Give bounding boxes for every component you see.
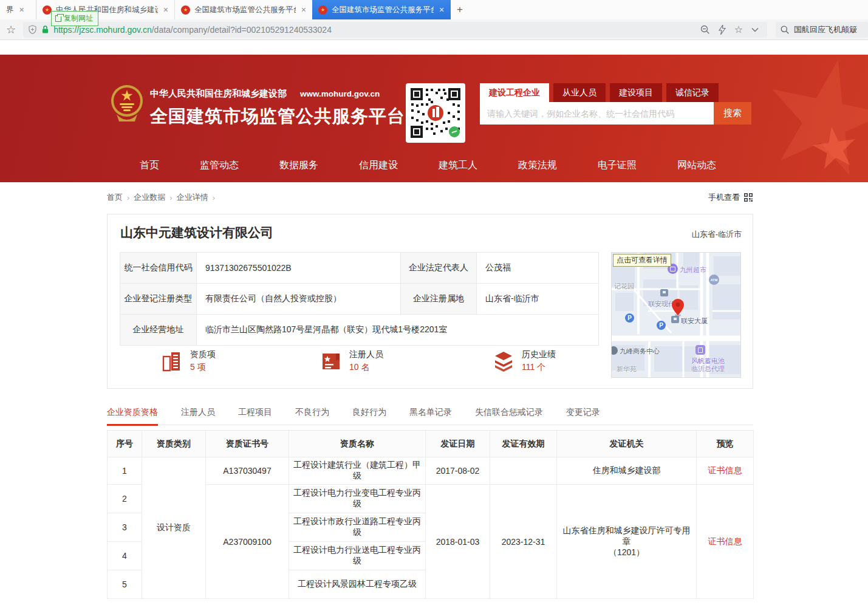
stat-label: 历史业绩 (522, 349, 556, 360)
section-tab-qualifications[interactable]: 企业资质资格 (107, 402, 158, 426)
reg-type-label: 企业登记注册类型 (120, 284, 197, 315)
cert-no-cell: A237009100 (206, 485, 289, 599)
qual-name-cell: 工程设计风景园林工程专项乙级 (289, 570, 426, 599)
category-cell: 设计资质 (142, 457, 206, 599)
stat-label: 资质项 (190, 349, 216, 360)
cert-no-cell: A137030497 (206, 457, 289, 485)
search-tab-personnel[interactable]: 从业人员 (553, 83, 606, 102)
site-banner: 中华人民共和国住房和城乡建设部 www.mohurd.gov.cn 全国建筑市场… (0, 55, 868, 182)
section-tab-dishonesty[interactable]: 失信联合惩戒记录 (475, 402, 543, 425)
nav-item-license[interactable]: 电子证照 (598, 159, 637, 172)
qual-name-cell: 工程设计电力行业变电工程专业丙级 (289, 485, 426, 513)
company-info-table: 统一社会信用代码 91371302675501022B 企业法定代表人 公茂福 … (120, 252, 599, 346)
mobile-view-control[interactable]: 手机查看 (708, 192, 753, 203)
breadcrumb-item-home[interactable]: 首页 (107, 192, 123, 203)
new-tab-button[interactable]: + (451, 0, 469, 19)
building-icon (161, 350, 183, 372)
close-icon[interactable]: × (163, 5, 168, 15)
browser-tab-strip: 界 × 中华人民共和国住房和城乡建设 × 全国建筑市场监管公共服务平台 × 全国… (0, 0, 868, 19)
site-brand: 中华人民共和国住房和城乡建设部 www.mohurd.gov.cn 全国建筑市场… (150, 88, 405, 129)
mobile-view-label: 手机查看 (708, 192, 740, 203)
certificate-info-link[interactable]: 证书信息 (708, 465, 742, 475)
certificate-info-link[interactable]: 证书信息 (708, 536, 742, 546)
nav-item-credit[interactable]: 信用建设 (359, 159, 398, 172)
legal-rep-value: 公茂福 (477, 253, 599, 284)
tab-platform-active[interactable]: 全国建筑市场监管公共服务平台 × (312, 0, 451, 19)
nav-item-news[interactable]: 网站动态 (677, 159, 716, 172)
nav-item-home[interactable]: 首页 (140, 159, 159, 172)
parking-marker: P (625, 313, 634, 323)
section-tab-registered-personnel[interactable]: 注册人员 (181, 402, 215, 425)
legal-rep-label: 企业法定代表人 (401, 253, 477, 284)
section-tab-projects[interactable]: 工程项目 (238, 402, 272, 425)
breadcrumb: 首页 › 企业数据 › 企业详情 › 手机查看 (107, 190, 753, 205)
main-nav: 首页 监管动态 数据服务 信用建设 建筑工人 政策法规 电子证照 网站动态 (140, 149, 716, 182)
map-label-tower: 联安大厦 (681, 316, 708, 326)
chevron-down-icon[interactable] (751, 27, 759, 32)
company-map[interactable]: 点击可查看详情 九州超市 ATM 记花园 联安现代城 联安大厦 P P 九峰商务… (611, 252, 741, 378)
breadcrumb-item-company-detail[interactable]: 企业详情 (177, 192, 208, 203)
qual-name-cell: 工程设计建筑行业（建筑工程）甲级 (289, 457, 426, 485)
battery-marker-icon (695, 345, 705, 355)
company-search-input[interactable] (480, 102, 714, 125)
authority-cell: 山东省住房和城乡建设厅许可专用章 （1201） (557, 485, 697, 599)
news-search-box[interactable]: 国航回应飞机颠簸 (776, 22, 868, 38)
search-tab-project[interactable]: 建设项目 (610, 83, 662, 102)
qual-name-cell: 工程设计电力行业送电工程专业丙级 (289, 542, 426, 570)
nav-item-supervision[interactable]: 监管动态 (200, 159, 239, 172)
url-input[interactable]: https://jzsc.mohurd.gov.cn /data/company… (23, 22, 767, 38)
breadcrumb-item-company-data[interactable]: 企业数据 (134, 192, 165, 203)
col-seq: 序号 (108, 431, 142, 457)
breadcrumb-separator: › (169, 193, 172, 202)
col-category: 资质类别 (142, 431, 206, 457)
page: 界 × 中华人民共和国住房和城乡建设 × 全国建筑市场监管公共服务平台 × 全国… (0, 0, 868, 605)
col-authority: 发证机关 (557, 431, 697, 457)
url-path: /data/company/detail?id=0021052912405330… (152, 25, 332, 35)
search-tab-credit[interactable]: 诚信记录 (666, 83, 719, 102)
authority-line1: 山东省住房和城乡建设厅许可专用章 (561, 525, 692, 547)
certificate-icon (320, 350, 342, 372)
shield-icon[interactable] (28, 25, 37, 35)
section-tabs: 企业资质资格 注册人员 工程项目 不良行为 良好行为 黑名单记录 失信联合惩戒记… (107, 402, 753, 425)
seq-cell: 2 (108, 485, 142, 513)
search-button[interactable]: 搜索 (714, 102, 751, 125)
stat-qualifications: 资质项5 项 (161, 349, 216, 373)
section-tab-good-behavior[interactable]: 良好行为 (352, 402, 386, 425)
col-preview: 预览 (697, 431, 754, 457)
issue-date-cell: 2017-08-02 (426, 457, 490, 485)
building-marker-icon (660, 289, 668, 296)
section-tab-changes[interactable]: 变更记录 (566, 402, 600, 425)
close-icon[interactable]: × (19, 5, 24, 15)
table-row: 1 设计资质 A137030497 工程设计建筑行业（建筑工程）甲级 2017-… (108, 457, 754, 485)
nav-item-data-service[interactable]: 数据服务 (279, 159, 318, 172)
nav-item-workers[interactable]: 建筑工人 (439, 159, 477, 172)
qualification-table-wrap: 序号 资质类别 资质证书号 资质名称 发证日期 发证有效期 发证机关 预览 1 … (107, 430, 753, 599)
close-icon[interactable]: × (439, 5, 444, 15)
credit-code-value: 91371302675501022B (197, 253, 401, 284)
section-tab-blacklist[interactable]: 黑名单记录 (409, 402, 452, 425)
search-tab-enterprise[interactable]: 建设工程企业 (480, 83, 549, 102)
qual-name-cell: 工程设计市政行业道路工程专业丙级 (289, 513, 426, 542)
national-emblem-icon (109, 84, 145, 125)
col-cert-no: 资质证书号 (206, 431, 289, 457)
news-search-text: 国航回应飞机颠簸 (794, 24, 857, 35)
tab-title: 全国建筑市场监管公共服务平台 (332, 5, 434, 15)
zoom-out-icon[interactable] (700, 25, 710, 35)
nav-item-policy[interactable]: 政策法规 (518, 159, 557, 172)
banner-search-module: 建设工程企业 从业人员 建设项目 诚信记录 搜索 (480, 83, 751, 125)
company-region: 山东省-临沂市 (692, 229, 742, 240)
copy-url-tooltip: 复制网址 (51, 11, 98, 26)
emblem-favicon-icon (43, 5, 52, 15)
col-name: 资质名称 (289, 431, 426, 457)
search-icon (781, 26, 789, 34)
section-tab-bad-behavior[interactable]: 不良行为 (295, 402, 329, 425)
lightning-icon[interactable] (719, 25, 726, 35)
tab-platform-inactive[interactable]: 全国建筑市场监管公共服务平台 × (174, 0, 312, 19)
company-card: 山东中元建筑设计有限公司 山东省-临沂市 统一社会信用代码 9137130267… (107, 214, 753, 389)
stat-value: 111 个 (522, 362, 556, 373)
bookmark-star-icon[interactable]: ☆ (6, 23, 16, 36)
favorite-star-icon[interactable]: ☆ (734, 24, 743, 35)
tab-world[interactable]: 界 × (0, 0, 36, 19)
close-icon[interactable]: × (301, 5, 306, 15)
stat-personnel: 注册人员10 名 (320, 349, 383, 373)
